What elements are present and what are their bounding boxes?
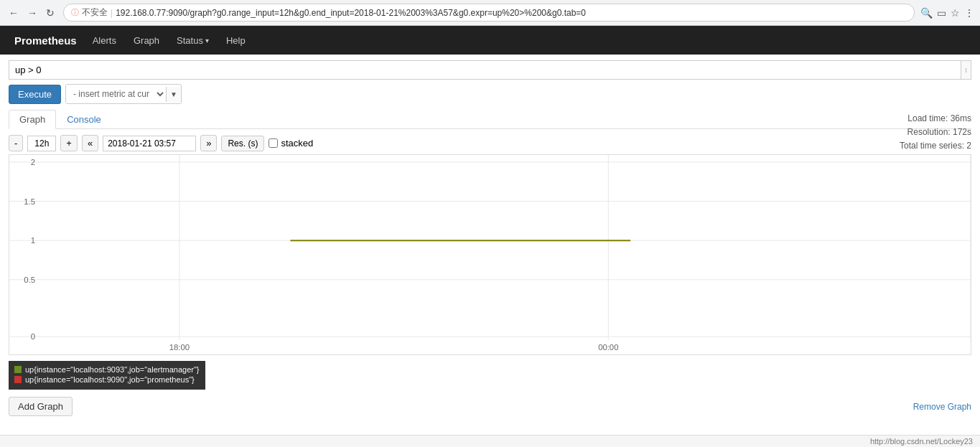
forward-button[interactable]: →: [24, 6, 40, 20]
separator: |: [111, 8, 113, 18]
graph-controls: - + « » Res. (s) stacked: [9, 135, 971, 151]
legend-label-1: up{instance="localhost:9090",job="promet…: [25, 375, 195, 384]
navbar-item-status[interactable]: Status: [169, 32, 216, 49]
security-label: 不安全: [82, 6, 108, 19]
navbar-brand[interactable]: Prometheus: [9, 34, 83, 47]
stacked-checkbox[interactable]: [269, 138, 278, 148]
zoom-in-button[interactable]: +: [60, 135, 78, 151]
main-content: Load time: 36ms Resolution: 172s Total t…: [0, 55, 980, 425]
execute-button[interactable]: Execute: [9, 85, 61, 104]
tab-graph[interactable]: Graph: [9, 110, 56, 129]
next-time-button[interactable]: »: [200, 135, 217, 151]
bookmark-icon[interactable]: ☆: [951, 7, 960, 19]
legend: up{instance="localhost:9093",job="alertm…: [9, 361, 205, 390]
svg-text:0.5: 0.5: [24, 276, 35, 284]
load-time-stat: Load time: 36ms: [900, 112, 971, 126]
datetime-input[interactable]: [103, 136, 196, 151]
metric-select-wrap[interactable]: - insert metric at cur ▼: [65, 84, 182, 104]
query-input[interactable]: [9, 60, 961, 80]
svg-text:0: 0: [31, 332, 35, 341]
svg-text:1: 1: [31, 236, 35, 245]
total-series-stat: Total time series: 2: [900, 139, 971, 153]
metric-select[interactable]: - insert metric at cur: [66, 85, 166, 103]
stacked-text: stacked: [281, 138, 313, 149]
address-bar[interactable]: ⓘ 不安全 | 192.168.0.77:9090/graph?g0.range…: [63, 4, 915, 22]
controls-row: Execute - insert metric at cur ▼: [9, 84, 971, 104]
svg-text:00:00: 00:00: [598, 343, 618, 352]
navbar-item-help[interactable]: Help: [219, 32, 253, 49]
screenshot-icon[interactable]: ▭: [937, 7, 946, 19]
menu-icon[interactable]: ⋮: [964, 7, 974, 19]
svg-text:18:00: 18:00: [169, 343, 190, 352]
legend-item-1: up{instance="localhost:9090",job="promet…: [14, 375, 200, 384]
browser-bar: ← → ↻ ⓘ 不安全 | 192.168.0.77:9090/graph?g0…: [0, 0, 980, 26]
resolution-button[interactable]: Res. (s): [221, 136, 264, 151]
add-graph-button[interactable]: Add Graph: [9, 397, 73, 416]
metric-select-arrow-icon: ▼: [166, 87, 181, 102]
zoom-out-button[interactable]: -: [9, 135, 23, 151]
graph-svg: 2 1.5 1 0.5 0 18:00 00:00: [9, 155, 971, 354]
query-resize-handle[interactable]: ↕: [961, 60, 971, 80]
legend-color-0: [14, 366, 22, 373]
svg-text:2: 2: [31, 158, 35, 166]
refresh-button[interactable]: ↻: [43, 6, 57, 20]
browser-actions: 🔍 ▭ ☆ ⋮: [920, 7, 974, 19]
legend-color-1: [14, 376, 22, 383]
nav-buttons[interactable]: ← → ↻: [6, 6, 57, 20]
zoom-icon[interactable]: 🔍: [920, 7, 933, 19]
range-input[interactable]: [27, 136, 56, 151]
stacked-label: stacked: [269, 138, 313, 149]
tab-console[interactable]: Console: [56, 110, 112, 129]
navbar-item-graph[interactable]: Graph: [126, 32, 167, 49]
stats-row: Load time: 36ms Resolution: 172s Total t…: [900, 112, 971, 154]
url-text: 192.168.0.77:9090/graph?g0.range_input=1…: [116, 8, 586, 18]
tabs: Graph Console: [9, 110, 971, 129]
resolution-stat: Resolution: 172s: [900, 126, 971, 139]
legend-item-0: up{instance="localhost:9093",job="alertm…: [14, 365, 200, 374]
navbar-item-alerts[interactable]: Alerts: [85, 32, 123, 49]
query-row: ↕: [9, 60, 971, 80]
graph-area: 2 1.5 1 0.5 0 18:00 00:00: [9, 154, 971, 355]
legend-label-0: up{instance="localhost:9093",job="alertm…: [25, 365, 200, 374]
back-button[interactable]: ←: [6, 6, 22, 20]
svg-text:1.5: 1.5: [24, 197, 35, 206]
remove-graph-link[interactable]: Remove Graph: [913, 402, 971, 412]
navbar: Prometheus Alerts Graph Status Help: [0, 26, 980, 55]
prev-time-button[interactable]: «: [82, 135, 98, 151]
security-icon: ⓘ: [71, 7, 79, 18]
bottom-row: Add Graph Remove Graph: [9, 394, 971, 419]
